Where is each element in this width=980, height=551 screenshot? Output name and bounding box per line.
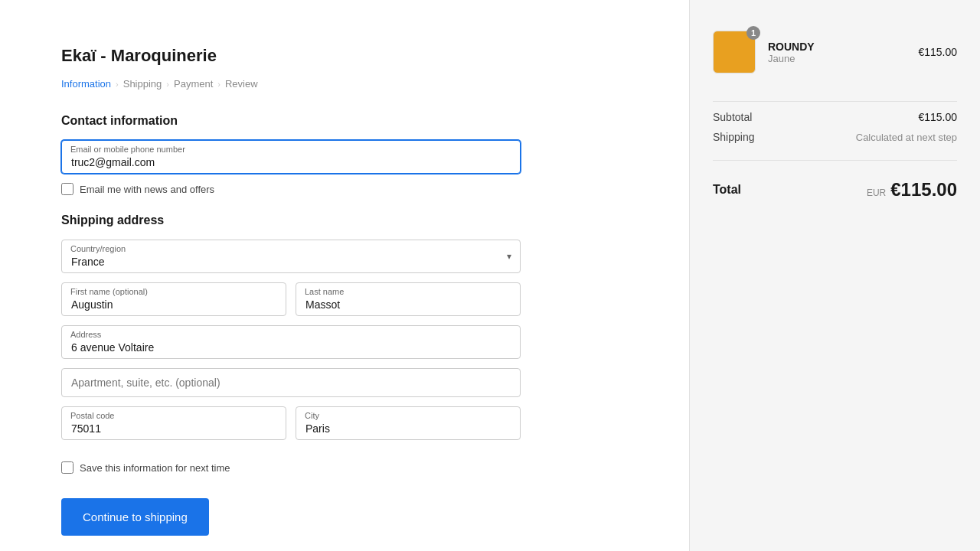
country-select[interactable]: France (61, 240, 521, 273)
country-field-group: Country/region France ▾ (61, 240, 521, 273)
breadcrumb-review[interactable]: Review (225, 78, 258, 90)
shipping-value: Calculated at next step (856, 132, 957, 143)
name-row: First name (optional) Last name (61, 282, 521, 325)
email-input[interactable] (61, 140, 521, 174)
newsletter-checkbox-group: Email me with news and offers (61, 183, 521, 195)
save-info-label[interactable]: Save this information for next time (80, 462, 230, 474)
total-label: Total (713, 183, 741, 197)
apartment-field-group (61, 368, 521, 397)
save-info-checkbox-group: Save this information for next time (61, 461, 521, 474)
product-info: ROUNDY Jaune (768, 41, 906, 64)
product-image-wrap: 1 (713, 31, 756, 73)
product-name: ROUNDY (768, 41, 906, 53)
continue-shipping-button[interactable]: Continue to shipping (61, 498, 209, 536)
shipping-section-title: Shipping address (61, 214, 521, 227)
product-price: €115.00 (918, 46, 957, 58)
address-field-group: Address (61, 325, 521, 359)
apartment-input[interactable] (61, 368, 521, 397)
total-row: Total EUR €115.00 (713, 179, 957, 201)
subtotal-value: €115.00 (918, 111, 957, 123)
store-title: Ekaï - Maroquinerie (61, 46, 521, 66)
city-field-group: City (296, 406, 521, 440)
subtotal-label: Subtotal (713, 111, 752, 123)
email-field-group: Email or mobile phone number (61, 140, 521, 174)
breadcrumb-information[interactable]: Information (61, 78, 111, 90)
shipping-label: Shipping (713, 131, 755, 143)
newsletter-checkbox[interactable] (61, 183, 74, 195)
total-value-wrap: EUR €115.00 (867, 179, 957, 201)
breadcrumb-sep-3: › (217, 80, 220, 89)
breadcrumb-shipping[interactable]: Shipping (123, 78, 162, 90)
postal-code-field-group: Postal code (61, 406, 286, 440)
subtotal-row: Subtotal €115.00 (713, 111, 957, 123)
breadcrumb-sep-2: › (166, 80, 169, 89)
first-name-input[interactable] (61, 282, 286, 316)
continue-button-area: Continue to shipping (61, 492, 521, 536)
order-divider-1 (713, 101, 957, 102)
city-input[interactable] (296, 406, 521, 440)
order-divider-2 (713, 160, 957, 161)
newsletter-label[interactable]: Email me with news and offers (80, 184, 214, 195)
address-input[interactable] (61, 325, 521, 359)
total-amount: €115.00 (890, 179, 957, 201)
product-quantity-badge: 1 (746, 26, 760, 40)
postal-city-row: Postal code City (61, 406, 521, 449)
total-currency: EUR (867, 187, 886, 198)
contact-section-title: Contact information (61, 114, 521, 128)
breadcrumb: Information › Shipping › Payment › Revie… (61, 78, 521, 90)
product-variant: Jaune (768, 53, 906, 64)
shipping-row: Shipping Calculated at next step (713, 131, 957, 143)
breadcrumb-payment[interactable]: Payment (174, 78, 213, 90)
save-info-checkbox[interactable] (61, 461, 74, 474)
last-name-field-group: Last name (296, 282, 521, 316)
first-name-field-group: First name (optional) (61, 282, 286, 316)
breadcrumb-sep-1: › (116, 80, 119, 89)
last-name-input[interactable] (296, 282, 521, 316)
order-summary-panel: 1 ROUNDY Jaune €115.00 Subtotal €115.00 … (689, 0, 980, 551)
order-item: 1 ROUNDY Jaune €115.00 (713, 31, 957, 73)
postal-code-input[interactable] (61, 406, 286, 440)
checkout-form-panel: Ekaï - Maroquinerie Information › Shippi… (0, 0, 582, 551)
